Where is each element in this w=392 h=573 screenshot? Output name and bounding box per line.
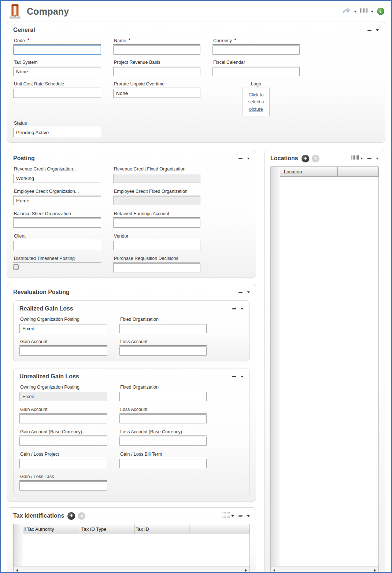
- purchase-requisition-decisions-label: Purchase Requisition Decisions: [114, 256, 178, 261]
- gain-loss-project-input[interactable]: [19, 459, 107, 468]
- realized-owning-org-posting-input[interactable]: [19, 324, 107, 333]
- gain-account-label: Gain Account: [20, 339, 47, 344]
- column-header-location[interactable]: Location: [280, 167, 338, 176]
- section-menu-caret-icon[interactable]: [241, 376, 244, 378]
- section-menu-caret-icon[interactable]: [376, 158, 379, 159]
- gain-account-base-currency-label: Gain Account (Base Currency): [20, 429, 82, 434]
- unrealized-gain-loss-title: Unrealized Gain Loss: [19, 373, 79, 380]
- tax-system-input[interactable]: [13, 67, 101, 76]
- grid-body[interactable]: [280, 177, 378, 566]
- realized-loss-account-input[interactable]: [119, 346, 207, 356]
- gain-loss-bill-term-input[interactable]: [119, 459, 207, 468]
- required-indicator: *: [234, 38, 236, 43]
- grid-columns-icon[interactable]: [222, 513, 230, 519]
- currency-input[interactable]: [212, 45, 300, 55]
- field-distributed-timesheet-posting: Distributed Timesheet Posting: [13, 256, 101, 272]
- unrealized-fixed-organization-input[interactable]: [119, 392, 207, 401]
- fixed-organization-label: Fixed Organization: [120, 385, 159, 390]
- columns-dropdown-caret-icon[interactable]: [371, 11, 374, 12]
- share-icon[interactable]: [343, 8, 351, 15]
- collapse-icon[interactable]: [238, 158, 243, 159]
- collapse-icon[interactable]: [238, 292, 243, 293]
- retained-earnings-account-label: Retained Earnings Account: [114, 211, 169, 216]
- unrealized-owning-org-posting-input: [19, 392, 107, 401]
- add-row-button[interactable]: +: [302, 155, 309, 162]
- scroll-left-arrow-icon[interactable]: [273, 569, 275, 572]
- share-dropdown-caret-icon[interactable]: [354, 11, 357, 12]
- unrealized-gain-account-input[interactable]: [19, 414, 107, 423]
- column-drag-handle-icon: [25, 527, 26, 531]
- required-indicator: *: [129, 38, 130, 43]
- retained-earnings-account-input[interactable]: [113, 218, 200, 228]
- distributed-timesheet-posting-checkbox[interactable]: [13, 264, 19, 270]
- revenue-credit-org-label: Revenue Credit Organization...: [14, 166, 77, 172]
- field-gain-loss-task: Gain / Loss Task: [19, 474, 107, 491]
- employee-credit-org-input[interactable]: [13, 196, 101, 205]
- balance-sheet-org-input[interactable]: [13, 218, 101, 228]
- section-menu-caret-icon[interactable]: [376, 29, 379, 31]
- loss-account-base-currency-input[interactable]: [119, 437, 207, 446]
- grid-columns-caret-icon[interactable]: [231, 515, 234, 517]
- page-header: Company i: [7, 1, 385, 22]
- collapse-icon[interactable]: [367, 30, 371, 31]
- collapse-icon[interactable]: [232, 308, 236, 309]
- info-icon[interactable]: i: [377, 8, 384, 15]
- prorate-unpaid-overtime-input[interactable]: [113, 89, 200, 98]
- field-name: Name *: [113, 38, 200, 55]
- fiscal-calendar-input[interactable]: [212, 67, 300, 76]
- code-label: Code: [14, 38, 25, 43]
- gain-account-base-currency-input[interactable]: [19, 437, 107, 446]
- field-unrealized-owning-org-posting: Owning Organization Posting: [19, 385, 107, 401]
- code-input[interactable]: [13, 45, 101, 55]
- client-input[interactable]: [13, 241, 101, 250]
- section-menu-caret-icon[interactable]: [247, 515, 250, 517]
- gain-loss-task-input[interactable]: [19, 481, 107, 491]
- vendor-input[interactable]: [113, 241, 200, 250]
- add-row-button[interactable]: +: [67, 512, 75, 520]
- unrealized-loss-account-input[interactable]: [119, 414, 207, 423]
- scroll-right-arrow-icon[interactable]: [245, 569, 247, 572]
- section-menu-caret-icon[interactable]: [247, 291, 250, 293]
- collapse-icon[interactable]: [367, 158, 371, 159]
- revaluation-posting-panel: Revaluation Posting Realized Gain Loss: [7, 284, 256, 502]
- balance-sheet-org-label: Balance Sheet Organization: [14, 211, 71, 216]
- section-menu-caret-icon[interactable]: [241, 308, 244, 310]
- vendor-label: Vendor: [114, 234, 129, 239]
- field-employee-credit-org: Employee Credit Organization...: [13, 189, 101, 205]
- field-gain-loss-bill-term: Gain / Loss Bill Term: [119, 452, 207, 468]
- grid-body[interactable]: [23, 534, 249, 566]
- scroll-right-arrow-icon[interactable]: [374, 569, 376, 572]
- revenue-credit-org-input[interactable]: [13, 174, 101, 183]
- logo-select-link[interactable]: Click to select a picture: [244, 92, 268, 113]
- logo-picture-box[interactable]: Click to select a picture: [243, 88, 270, 117]
- grid-columns-icon[interactable]: [351, 155, 359, 162]
- field-realized-gain-account: Gain Account: [19, 339, 107, 356]
- owning-org-posting-label: Owning Organization Posting: [20, 385, 79, 390]
- revaluation-posting-section-title: Revaluation Posting: [13, 289, 70, 295]
- column-header-tax-authority[interactable]: Tax Authority: [23, 524, 80, 534]
- grid-columns-caret-icon[interactable]: [360, 158, 363, 159]
- horizontal-scrollbar[interactable]: [271, 566, 378, 573]
- currency-label: Currency: [213, 38, 232, 43]
- column-header-tax-id-type[interactable]: Tax ID Type: [80, 524, 134, 534]
- fixed-organization-label: Fixed Organization: [120, 317, 159, 322]
- collapse-icon[interactable]: [238, 515, 243, 517]
- collapse-icon[interactable]: [232, 376, 236, 377]
- purchase-requisition-decisions-input[interactable]: [113, 263, 200, 272]
- realized-fixed-organization-input[interactable]: [119, 324, 207, 333]
- field-code: Code *: [13, 38, 101, 55]
- status-input[interactable]: [13, 128, 101, 137]
- realized-gain-account-input[interactable]: [19, 346, 107, 356]
- section-menu-caret-icon[interactable]: [247, 158, 250, 159]
- name-input[interactable]: [113, 45, 200, 55]
- project-revenue-basis-input[interactable]: [113, 67, 200, 76]
- horizontal-scrollbar[interactable]: [14, 566, 249, 573]
- company-window: Company i General: [0, 0, 392, 573]
- unit-cost-rate-schedule-input[interactable]: [13, 89, 101, 98]
- column-header-tax-id[interactable]: Tax ID: [134, 524, 189, 534]
- field-purchase-requisition-decisions: Purchase Requisition Decisions: [113, 256, 200, 272]
- columns-icon[interactable]: [360, 8, 367, 15]
- tax-identifications-panel: Tax Identifications + ✕: [7, 507, 256, 573]
- scroll-left-arrow-icon[interactable]: [16, 569, 18, 572]
- locations-section-title: Locations: [270, 155, 298, 162]
